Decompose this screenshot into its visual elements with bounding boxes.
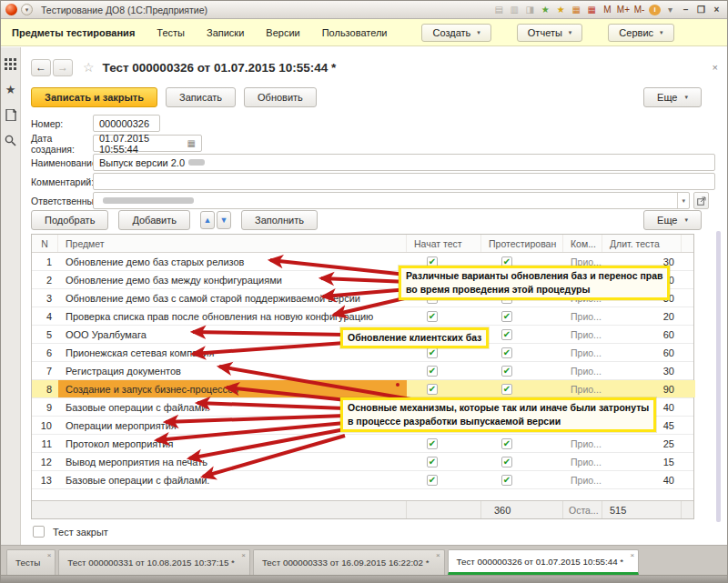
started-cell[interactable]: ✔ (407, 435, 481, 452)
tested-checkbox[interactable]: ✔ (501, 347, 512, 358)
tested-checkbox[interactable]: ✔ (501, 475, 512, 486)
forward-button[interactable]: → (53, 59, 73, 76)
started-checkbox[interactable]: ✔ (427, 420, 438, 431)
started-checkbox[interactable]: ✔ (427, 475, 438, 486)
row-subject[interactable]: Базовые операции с файлами. (58, 398, 407, 416)
restore-button[interactable]: ❐ (695, 5, 707, 15)
tested-cell[interactable]: ✔ (481, 471, 563, 488)
document-more-button[interactable]: Еще ▾ (643, 87, 702, 107)
tested-cell[interactable]: ✔ (481, 362, 563, 379)
started-checkbox[interactable]: ✔ (427, 329, 438, 340)
col-header-tested[interactable]: Протестирован (481, 235, 563, 252)
started-checkbox[interactable]: ✔ (427, 366, 438, 377)
started-cell[interactable]: ✔ (407, 380, 481, 397)
save-and-close-button[interactable]: Записать и закрыть (31, 87, 157, 107)
row-subject[interactable]: ООО Уралбумага (58, 326, 407, 343)
row-subject[interactable]: Создание и запуск бизнес-процессов (58, 380, 407, 397)
tested-cell[interactable]: ✔ (481, 398, 563, 416)
move-down-icon[interactable]: ▼ (217, 211, 231, 229)
started-cell[interactable]: ✔ (407, 471, 481, 488)
pick-button[interactable]: Подобрать (31, 210, 108, 230)
started-checkbox[interactable]: ✔ (427, 275, 438, 286)
col-header-duration[interactable]: Длит. теста (602, 235, 682, 252)
print-icon[interactable]: ▥ (509, 4, 521, 16)
open-link-icon[interactable] (693, 192, 709, 209)
menu-button-1[interactable]: Создать▾ (421, 24, 490, 42)
favorites-icon[interactable]: ★ (555, 4, 567, 16)
row-subject[interactable]: Проверка списка прав после обновления на… (58, 307, 407, 325)
move-up-icon[interactable]: ▲ (200, 211, 215, 229)
tested-checkbox[interactable]: ✔ (501, 256, 512, 267)
list-more-button[interactable]: Еще ▾ (643, 210, 702, 230)
table-row[interactable]: 12Вывод мероприятия на печать✔✔Прио...15 (32, 453, 693, 471)
search-icon[interactable] (5, 135, 16, 146)
started-cell[interactable]: ✔ (407, 253, 481, 270)
close-button[interactable]: × (711, 5, 723, 15)
back-button[interactable]: ← (31, 59, 51, 76)
tested-cell[interactable]: ✔ (481, 435, 563, 452)
started-checkbox[interactable]: ✔ (427, 347, 438, 358)
refresh-button[interactable]: Обновить (244, 87, 317, 107)
sections-grid-icon[interactable] (5, 58, 16, 70)
tested-cell[interactable]: ✔ (481, 289, 563, 307)
tested-checkbox[interactable]: ✔ (501, 311, 512, 322)
window-tab-1[interactable]: Тесты× (6, 549, 56, 575)
history-icon[interactable] (5, 109, 16, 121)
tested-checkbox[interactable]: ✔ (501, 438, 512, 449)
tested-checkbox[interactable]: ✔ (501, 329, 512, 340)
add-favorite-icon[interactable]: ★ (540, 4, 551, 16)
row-subject[interactable]: Базовые операции с файлами. (58, 471, 407, 488)
add-button[interactable]: Добавить (118, 210, 190, 230)
responsible-field[interactable]: ▾ (93, 192, 690, 209)
tab-close-icon[interactable]: × (47, 552, 52, 559)
number-field[interactable]: 000000326 (93, 115, 160, 132)
tested-checkbox[interactable]: ✔ (501, 293, 512, 304)
chevron-down-icon[interactable]: ▾ (677, 193, 689, 208)
col-header-started[interactable]: Начат тест (407, 235, 481, 252)
table-row[interactable]: 7Регистрация документов✔✔Прио...30 (32, 362, 693, 380)
minimize-button[interactable]: – (680, 5, 692, 15)
comment-field[interactable] (93, 173, 715, 190)
started-checkbox[interactable]: ✔ (427, 438, 438, 449)
tab-close-icon[interactable]: × (631, 552, 635, 559)
app-icon[interactable] (5, 4, 17, 15)
menu-button-3[interactable]: Сервис▾ (608, 24, 673, 42)
calendar-icon[interactable]: ▦ (571, 4, 582, 16)
table-row[interactable]: 11Протокол мероприятия✔✔Прио...25 (32, 435, 693, 453)
row-subject[interactable]: Обновление демо баз с самой старой подде… (58, 289, 407, 307)
started-cell[interactable]: ✔ (407, 271, 481, 288)
menu-button-2[interactable]: Отчеты▾ (517, 24, 583, 42)
started-checkbox[interactable]: ✔ (427, 384, 438, 395)
document-close-icon[interactable]: × (713, 62, 718, 73)
test-closed-checkbox[interactable] (33, 526, 45, 538)
calendar-icon[interactable]: ▦ (187, 138, 196, 148)
started-cell[interactable]: ✔ (407, 362, 481, 379)
menu-item-4[interactable]: Версии (266, 27, 299, 38)
save-icon[interactable]: ▤ (493, 4, 505, 16)
table-row[interactable]: 2Обновление демо баз между конфигурациям… (32, 271, 693, 289)
tested-checkbox[interactable]: ✔ (501, 384, 512, 395)
info-icon[interactable]: i (649, 5, 661, 15)
tested-cell[interactable]: ✔ (481, 326, 563, 343)
calculator-icon[interactable]: ▦ (586, 4, 598, 16)
menu-item-2[interactable]: Тесты (157, 27, 185, 38)
row-subject[interactable]: Протокол мероприятия (58, 435, 407, 452)
preview-icon[interactable]: ◨ (524, 4, 536, 16)
favorites-star-icon[interactable]: ★ (5, 84, 16, 95)
started-cell[interactable]: ✔ (407, 398, 481, 416)
fill-button[interactable]: Заполнить (241, 210, 318, 230)
tab-close-icon[interactable]: × (241, 552, 246, 559)
main-menu-button[interactable]: ▾ (21, 4, 33, 15)
table-row[interactable]: 9Базовые операции с файлами.✔✔Прио...40 (32, 398, 693, 417)
menu-item-5[interactable]: Пользователи (322, 27, 388, 38)
scale-increase-button[interactable]: M+ (617, 4, 630, 16)
started-cell[interactable]: ✔ (407, 344, 481, 361)
row-subject[interactable]: Вывод мероприятия на печать (58, 453, 407, 470)
started-checkbox[interactable]: ✔ (427, 256, 438, 267)
window-tab-2[interactable]: Тест 000000331 от 10.08.2015 10:37:15 *× (58, 549, 250, 575)
col-header-comment[interactable]: Ком... (563, 235, 602, 252)
row-subject[interactable]: Операции мероприятия (58, 417, 407, 434)
save-button[interactable]: Записать (166, 87, 236, 107)
started-cell[interactable]: ✔ (407, 289, 481, 307)
tested-cell[interactable]: ✔ (481, 417, 563, 434)
